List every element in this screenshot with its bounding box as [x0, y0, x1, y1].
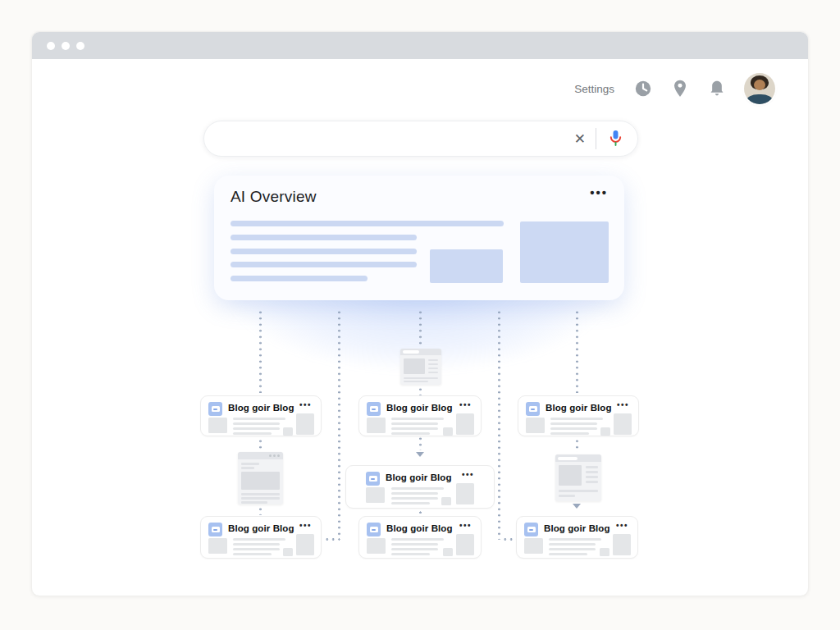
thumbnail-titlebar-pill	[403, 350, 419, 354]
skeleton-block	[526, 418, 545, 433]
thumbnail-text-line	[586, 476, 598, 478]
settings-link[interactable]: Settings	[574, 83, 614, 95]
clear-search-icon[interactable]: ✕	[564, 132, 596, 146]
thumbnail-text-line	[404, 377, 438, 379]
skeleton-line	[391, 492, 438, 495]
thumbnail-image-block	[404, 358, 425, 374]
skeleton-line	[391, 432, 430, 435]
media-placeholder	[430, 249, 503, 283]
skeleton-block	[283, 427, 293, 436]
window-control-dot[interactable]	[76, 42, 84, 50]
skeleton-line	[391, 538, 444, 541]
skeleton-line	[233, 543, 280, 546]
search-input[interactable]	[204, 132, 564, 146]
search-bar: ✕	[203, 121, 638, 157]
skeleton-block	[524, 538, 543, 554]
blog-favicon-icon	[208, 523, 222, 536]
skeleton-block	[208, 418, 227, 433]
blog-favicon-glyph	[370, 527, 378, 532]
skeleton-line	[550, 432, 589, 435]
blog-favicon-glyph	[369, 476, 377, 482]
thumbnail-header-dot	[277, 454, 280, 457]
skeleton-line	[391, 553, 430, 555]
user-avatar[interactable]	[744, 73, 775, 104]
voice-search-mic-icon[interactable]	[596, 129, 637, 148]
connector-line	[419, 309, 422, 347]
blog-card[interactable]: Blog goir Blog •••	[358, 395, 482, 436]
blog-card-menu-button[interactable]: •••	[459, 400, 472, 409]
webpage-thumbnail	[238, 452, 283, 504]
thumbnail-text-line	[241, 463, 259, 465]
skeleton-line	[231, 262, 417, 267]
skeleton-block	[456, 534, 474, 555]
avatar-face	[754, 80, 765, 90]
thumbnail-text-line	[428, 372, 438, 373]
skeleton-line	[231, 276, 368, 281]
skeleton-block	[443, 427, 453, 436]
skeleton-block	[366, 487, 385, 503]
blog-card-menu-button[interactable]: •••	[459, 521, 472, 530]
skeleton-line	[233, 538, 285, 541]
blog-card[interactable]: Blog goir Blog •••	[518, 395, 639, 436]
page-header: Settings	[574, 73, 775, 104]
connector-line	[498, 309, 500, 540]
window-titlebar	[32, 32, 808, 59]
blog-card-menu-button[interactable]: •••	[617, 400, 629, 409]
skeleton-line	[233, 427, 280, 430]
skeleton-block	[296, 534, 314, 555]
blog-card-title: Blog goir Blog	[386, 472, 452, 482]
skeleton-block	[600, 548, 609, 556]
browser-window: Settings ✕	[31, 31, 809, 596]
skeleton-block	[367, 418, 386, 433]
skeleton-line	[549, 548, 596, 550]
blog-card-menu-button[interactable]: •••	[299, 400, 312, 409]
skeleton-line	[549, 538, 601, 541]
blog-card-menu-button[interactable]: •••	[616, 521, 628, 530]
blog-card[interactable]: Blog goir Blog •••	[358, 516, 482, 559]
blog-favicon-icon	[524, 523, 538, 536]
ai-overview-menu-button[interactable]: •••	[590, 185, 608, 199]
thumbnail-text-line	[559, 495, 575, 497]
skeleton-block	[367, 538, 386, 554]
blog-favicon-icon	[367, 523, 381, 536]
blog-card[interactable]: Blog goir Blog •••	[516, 516, 638, 559]
connector-arrow	[573, 504, 581, 509]
skeleton-line	[231, 235, 417, 240]
skeleton-line	[233, 432, 272, 435]
notifications-bell-icon[interactable]	[707, 79, 727, 98]
thumbnail-image-block	[559, 465, 582, 486]
blog-card-title: Blog goir Blog	[386, 403, 453, 413]
skeleton-block	[456, 483, 474, 504]
skeleton-line	[231, 249, 417, 254]
blog-card[interactable]: Blog goir Blog •••	[345, 465, 495, 509]
webpage-thumbnail	[400, 349, 441, 385]
skeleton-line	[550, 427, 597, 430]
skeleton-line	[233, 422, 280, 425]
blog-card[interactable]: Blog goir Blog •••	[200, 395, 322, 436]
blog-card-menu-button[interactable]: •••	[462, 470, 474, 479]
window-control-dot[interactable]	[47, 42, 55, 50]
blog-card[interactable]: Blog goir Blog •••	[200, 516, 322, 559]
blog-favicon-icon	[366, 472, 380, 486]
thumbnail-header-dot	[273, 454, 276, 457]
skeleton-block	[456, 413, 474, 435]
connector-line	[259, 309, 262, 393]
thumbnail-text-line	[241, 467, 254, 469]
blog-card-title: Blog goir Blog	[546, 403, 612, 413]
connector-line	[324, 538, 340, 541]
location-pin-icon[interactable]	[670, 79, 690, 98]
thumbnail-text-line	[241, 497, 280, 500]
history-clock-icon[interactable]	[633, 79, 653, 98]
window-control-dot[interactable]	[62, 42, 70, 50]
connector-line	[576, 309, 578, 393]
skeleton-block	[443, 548, 453, 556]
skeleton-block	[613, 534, 631, 555]
skeleton-line	[391, 543, 438, 546]
thumbnail-text-line	[428, 359, 438, 361]
blog-card-title: Blog goir Blog	[228, 403, 294, 413]
blog-card-menu-button[interactable]: •••	[299, 521, 312, 530]
thumbnail-header-dot	[269, 454, 272, 457]
ai-overview-title: AI Overview	[231, 188, 317, 206]
thumbnail-text-line	[559, 490, 598, 492]
skeleton-line	[233, 553, 272, 555]
